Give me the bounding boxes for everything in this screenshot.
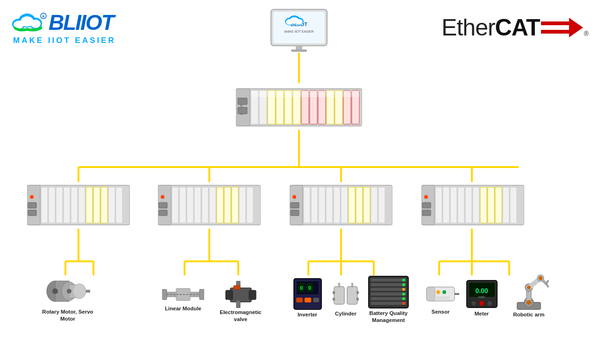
svg-point-192 — [471, 301, 476, 306]
svg-point-204 — [527, 300, 531, 305]
svg-rect-187 — [436, 296, 450, 300]
robotic-arm-label: Robotic arm — [513, 312, 544, 317]
device-rotary-motor: Rotary Motor, Servo Motor — [42, 276, 93, 322]
svg-rect-85 — [179, 187, 186, 223]
svg-rect-92 — [232, 187, 238, 223]
svg-rect-119 — [458, 187, 464, 223]
svg-point-194 — [487, 301, 492, 306]
svg-rect-78 — [116, 187, 122, 223]
svg-text:R: R — [42, 15, 44, 18]
em-valve-icon — [223, 281, 258, 308]
svg-point-206 — [539, 276, 542, 280]
svg-rect-93 — [239, 187, 246, 223]
svg-rect-143 — [230, 288, 251, 302]
svg-point-177 — [402, 283, 405, 286]
svg-rect-163 — [338, 283, 340, 287]
linear-module-label: Linear Module — [165, 306, 201, 311]
svg-rect-71 — [64, 187, 70, 223]
svg-rect-75 — [93, 187, 100, 223]
svg-text:kWh: kWh — [478, 295, 485, 299]
svg-rect-9 — [541, 25, 569, 30]
sub-ctrl-1-svg — [27, 183, 130, 227]
svg-rect-155 — [296, 298, 303, 302]
ethercat-arrow-icon — [541, 18, 583, 37]
svg-rect-126 — [510, 187, 517, 223]
main-diagram: R BLIIOT MAKE IIOT EASIER Ether CAT ® — [0, 0, 598, 364]
svg-rect-104 — [334, 187, 340, 223]
svg-rect-157 — [313, 298, 319, 302]
linear-module-icon — [162, 284, 204, 305]
svg-point-136 — [52, 288, 58, 294]
svg-rect-97 — [159, 210, 167, 216]
svg-rect-62 — [251, 91, 359, 97]
svg-rect-174 — [370, 297, 406, 301]
meter-icon: 0.00 kWh — [464, 278, 499, 310]
svg-rect-167 — [356, 291, 359, 294]
svg-rect-118 — [450, 187, 457, 223]
svg-rect-162 — [347, 287, 357, 304]
svg-rect-161 — [334, 287, 344, 304]
svg-rect-73 — [78, 187, 85, 223]
bliiot-tagline: MAKE IIOT EASIER — [13, 36, 116, 45]
ethercat-cat-text: CAT — [495, 14, 540, 41]
inverter-icon: 0 0 — [292, 277, 323, 311]
svg-point-193 — [479, 301, 484, 306]
svg-rect-72 — [71, 187, 78, 223]
sub-controller-3 — [290, 183, 392, 229]
svg-point-185 — [436, 290, 440, 294]
svg-point-95 — [161, 195, 164, 199]
sub-controller-4 — [421, 183, 524, 229]
sub-controller-1 — [27, 183, 130, 229]
main-controller-svg: BLIIOT — [236, 84, 362, 131]
svg-rect-108 — [363, 187, 370, 223]
cylinder-label: Cylinder — [335, 311, 356, 316]
svg-line-203 — [546, 284, 548, 287]
cylinder-icon — [332, 282, 360, 310]
sub-ctrl-2-svg — [158, 183, 261, 227]
robotic-arm-icon — [508, 274, 550, 311]
svg-rect-168 — [356, 298, 359, 301]
svg-rect-46 — [291, 49, 307, 52]
svg-rect-91 — [224, 187, 231, 223]
svg-rect-64 — [238, 98, 247, 105]
sub-ctrl-3-svg — [290, 183, 392, 227]
svg-text:0: 0 — [299, 285, 302, 291]
device-inverter: 0 0 Inverter — [289, 277, 326, 317]
svg-rect-68 — [41, 187, 48, 223]
svg-text:0: 0 — [308, 285, 311, 291]
battery-icon — [366, 275, 411, 309]
svg-rect-96 — [159, 203, 167, 208]
svg-rect-148 — [234, 286, 240, 289]
svg-rect-145 — [249, 290, 256, 300]
svg-rect-175 — [370, 301, 406, 305]
svg-point-5 — [30, 20, 41, 28]
device-linear-module: Linear Module — [160, 284, 206, 311]
svg-point-178 — [402, 288, 405, 291]
meter-label: Meter — [475, 311, 489, 316]
svg-rect-106 — [349, 187, 355, 223]
svg-point-137 — [67, 289, 71, 294]
svg-rect-129 — [422, 210, 431, 216]
svg-point-205 — [527, 286, 531, 289]
svg-rect-107 — [356, 187, 363, 223]
svg-rect-88 — [202, 187, 208, 223]
svg-rect-125 — [503, 187, 509, 223]
ethercat-ether-text: Ether — [441, 14, 495, 41]
inverter-label: Inverter — [298, 312, 317, 317]
monitor-icon: BLIIOT MAKE IIOT EASIER — [269, 8, 329, 53]
svg-rect-116 — [435, 187, 442, 223]
bliiot-logo-icon: R — [9, 9, 47, 35]
svg-point-181 — [402, 302, 405, 305]
svg-rect-120 — [465, 187, 472, 223]
svg-rect-172 — [370, 287, 406, 291]
svg-rect-90 — [217, 187, 223, 223]
svg-rect-147 — [236, 301, 240, 308]
em-valve-label: Electromagnetic valve — [215, 309, 266, 323]
svg-rect-87 — [194, 187, 201, 223]
svg-rect-124 — [495, 187, 502, 223]
svg-rect-165 — [333, 291, 335, 294]
device-cylinder: Cylinder — [327, 282, 364, 316]
ethercat-registered: ® — [584, 30, 589, 37]
svg-rect-86 — [187, 187, 193, 223]
svg-rect-45 — [296, 46, 302, 49]
